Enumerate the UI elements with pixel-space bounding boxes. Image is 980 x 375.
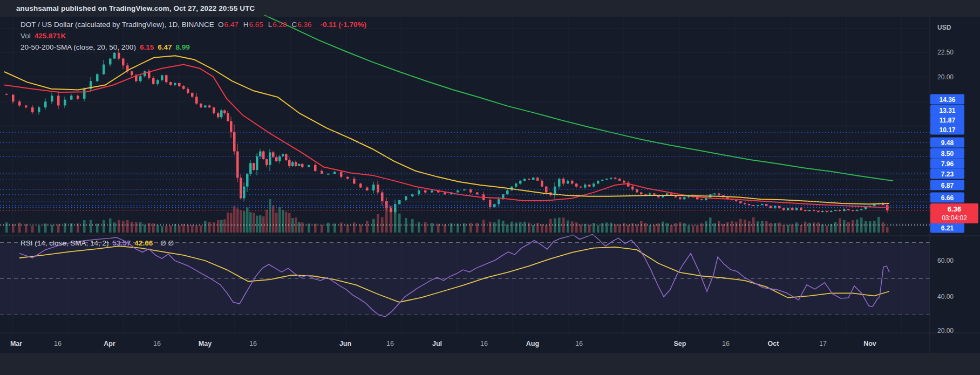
candle-body[interactable] — [469, 189, 472, 192]
candle-body[interactable] — [636, 189, 638, 192]
candle-body[interactable] — [220, 111, 223, 118]
candle-body[interactable] — [230, 121, 233, 132]
candle-body[interactable] — [381, 193, 384, 201]
candle-body[interactable] — [308, 165, 310, 167]
price-alert-badge[interactable]: 6.66 — [930, 193, 964, 203]
candle-body[interactable] — [200, 104, 202, 107]
candle-body[interactable] — [139, 76, 142, 81]
candle-body[interactable] — [156, 80, 159, 84]
candle-body[interactable] — [359, 183, 362, 187]
candle-body[interactable] — [700, 199, 703, 200]
candle-body[interactable] — [744, 203, 746, 204]
candle-body[interactable] — [847, 209, 850, 210]
candle-body[interactable] — [256, 156, 258, 170]
candle-body[interactable] — [860, 209, 863, 210]
candle-body[interactable] — [795, 208, 798, 210]
candle-body[interactable] — [761, 204, 764, 205]
candle-body[interactable] — [64, 100, 66, 106]
candle-body[interactable] — [683, 197, 686, 200]
candle-body[interactable] — [178, 83, 181, 86]
candle-body[interactable] — [122, 59, 125, 66]
rsi-legend-row[interactable]: RSI (14, close, SMA, 14, 2)53.5742.66Ø Ø — [21, 238, 178, 249]
candle-body[interactable] — [217, 113, 220, 117]
time-axis-label[interactable]: 16 — [386, 338, 394, 349]
candle-body[interactable] — [696, 197, 699, 200]
candle-body[interactable] — [18, 101, 21, 105]
candle-body[interactable] — [187, 89, 189, 93]
candle-body[interactable] — [96, 74, 99, 81]
time-axis-label[interactable]: Jun — [339, 338, 351, 349]
candle-body[interactable] — [377, 185, 379, 192]
candle-body[interactable] — [240, 178, 242, 198]
candle-body[interactable] — [444, 193, 446, 195]
candle-body[interactable] — [208, 105, 211, 107]
candle-body[interactable] — [38, 107, 40, 112]
candle-body[interactable] — [191, 93, 194, 97]
price-alert-badge[interactable]: 7.23 — [930, 169, 964, 179]
candle-body[interactable] — [285, 154, 288, 160]
time-axis-label[interactable]: Mar — [10, 338, 22, 349]
candle-body[interactable] — [5, 94, 8, 95]
time-axis-label[interactable]: May — [199, 338, 212, 349]
candle-body[interactable] — [735, 200, 738, 201]
candle-body[interactable] — [610, 178, 612, 179]
price-alert-badge[interactable]: 13.31 — [930, 105, 964, 115]
candle-body[interactable] — [865, 207, 867, 209]
candle-body[interactable] — [295, 162, 297, 166]
volume-legend-row[interactable]: Vol425.871K — [21, 31, 70, 42]
candle-body[interactable] — [476, 193, 479, 195]
candle-body[interactable] — [593, 183, 595, 186]
candle-body[interactable] — [174, 83, 176, 85]
price-alert-badge[interactable]: 10.17 — [930, 125, 964, 135]
candle-body[interactable] — [161, 75, 164, 80]
candle-body[interactable] — [519, 181, 522, 183]
candle-body[interactable] — [275, 157, 278, 161]
time-axis-label[interactable]: 16 — [54, 338, 62, 349]
candle-body[interactable] — [398, 200, 401, 204]
time-axis-label[interactable]: 17 — [819, 338, 827, 349]
candle-body[interactable] — [405, 196, 407, 200]
candle-body[interactable] — [424, 190, 427, 193]
candle-body[interactable] — [575, 183, 578, 186]
candle-body[interactable] — [353, 179, 356, 183]
candle-body[interactable] — [826, 211, 828, 212]
candle-body[interactable] — [830, 211, 833, 212]
candle-body[interactable] — [77, 96, 79, 98]
candle-body[interactable] — [223, 111, 226, 113]
candle-body[interactable] — [778, 206, 781, 208]
candle-body[interactable] — [418, 190, 420, 194]
candle-body[interactable] — [584, 185, 587, 187]
candle-body[interactable] — [243, 187, 246, 199]
candle-body[interactable] — [25, 105, 28, 107]
candle-body[interactable] — [109, 59, 112, 65]
candle-body[interactable] — [291, 162, 294, 166]
candle-body[interactable] — [532, 178, 535, 180]
candle-body[interactable] — [236, 152, 239, 178]
candle-body[interactable] — [580, 187, 582, 188]
candle-body[interactable] — [195, 97, 198, 104]
candle-body[interactable] — [614, 178, 617, 179]
candle-body[interactable] — [597, 181, 600, 183]
time-axis-label[interactable]: Apr — [104, 338, 115, 349]
candle-body[interactable] — [748, 204, 751, 205]
candle-body[interactable] — [366, 188, 369, 190]
candle-body[interactable] — [152, 78, 155, 84]
time-axis-label[interactable]: Jul — [432, 338, 442, 349]
candle-body[interactable] — [588, 185, 591, 187]
candle-body[interactable] — [327, 174, 330, 175]
chart-canvas[interactable] — [0, 0, 980, 375]
time-axis-label[interactable]: 16 — [480, 338, 488, 349]
candle-body[interactable] — [787, 208, 790, 210]
price-alert-badge[interactable]: 14.36 — [930, 94, 964, 105]
time-axis-label[interactable]: 16 — [249, 338, 257, 349]
candle-body[interactable] — [182, 86, 185, 88]
candle-body[interactable] — [431, 190, 433, 193]
time-axis-label[interactable]: Nov — [863, 338, 876, 349]
candle-body[interactable] — [390, 208, 392, 212]
candle-body[interactable] — [770, 206, 772, 208]
candle-body[interactable] — [631, 187, 634, 189]
price-alert-badge[interactable]: 9.48 — [930, 138, 964, 148]
time-axis-label[interactable]: 16 — [722, 338, 730, 349]
candle-body[interactable] — [800, 208, 802, 210]
candle-body[interactable] — [266, 159, 268, 165]
